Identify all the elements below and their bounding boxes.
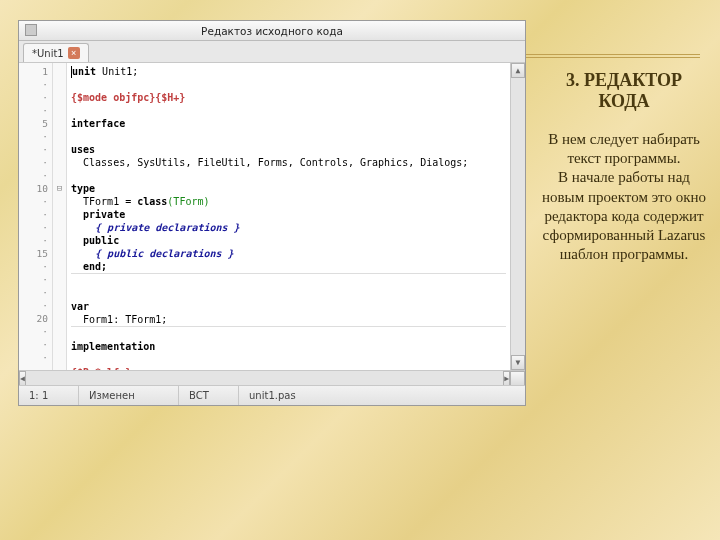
fold-mark: [53, 169, 66, 182]
line-number: 20: [19, 312, 52, 325]
horizontal-scrollbar[interactable]: ◀ ▶: [19, 370, 525, 385]
fold-mark: [53, 299, 66, 312]
line-number: ·: [19, 221, 52, 234]
fold-mark: [53, 247, 66, 260]
scroll-down-icon[interactable]: ▼: [511, 355, 525, 370]
tab-unit1[interactable]: *Unit1 ×: [23, 43, 89, 62]
titlebar[interactable]: Редактоз исходного кода: [19, 21, 525, 41]
tabbar: *Unit1 ×: [19, 41, 525, 63]
line-number: ·: [19, 208, 52, 221]
line-number: ·: [19, 104, 52, 117]
status-cursor-pos: 1: 1: [19, 386, 79, 405]
line-number: 1: [19, 65, 52, 78]
line-number: ·: [19, 286, 52, 299]
line-number: ·: [19, 234, 52, 247]
slide-text-block: 3. РЕДАКТОР КОДА В нем следует набирать …: [540, 70, 708, 264]
close-icon[interactable]: ×: [68, 47, 80, 59]
fold-mark: [53, 234, 66, 247]
line-number: ·: [19, 91, 52, 104]
line-number: ·: [19, 325, 52, 338]
fold-mark: [53, 325, 66, 338]
fold-mark: [53, 91, 66, 104]
scroll-right-icon[interactable]: ▶: [503, 371, 510, 386]
status-filename: unit1.pas: [239, 386, 525, 405]
fold-mark: [53, 338, 66, 351]
line-number: ·: [19, 195, 52, 208]
line-number: ·: [19, 351, 52, 364]
line-number: ·: [19, 143, 52, 156]
line-number: 10: [19, 182, 52, 195]
fold-mark: [53, 312, 66, 325]
status-insert-mode: ВСТ: [179, 386, 239, 405]
window-icon: [25, 24, 37, 36]
fold-mark: [53, 65, 66, 78]
scroll-up-icon[interactable]: ▲: [511, 63, 525, 78]
slide-body: В нем следует набирать текст программы.В…: [540, 130, 708, 264]
line-number: ·: [19, 130, 52, 143]
fold-mark: [53, 286, 66, 299]
fold-mark: [53, 130, 66, 143]
line-number: ·: [19, 78, 52, 91]
fold-mark: [53, 117, 66, 130]
fold-mark[interactable]: ⊟: [53, 182, 66, 195]
fold-mark: [53, 78, 66, 91]
window-title: Редактоз исходного кода: [201, 25, 343, 37]
line-number-gutter: 1···5····10····15····20····2526: [19, 63, 53, 370]
fold-mark: [53, 156, 66, 169]
code-container: 1···5····10····15····20····2526 ⊟ unit U…: [19, 63, 525, 370]
line-number: ·: [19, 169, 52, 182]
fold-gutter: ⊟: [53, 63, 67, 370]
line-number: ·: [19, 260, 52, 273]
line-number: ·: [19, 338, 52, 351]
line-number: 15: [19, 247, 52, 260]
line-number: ·: [19, 273, 52, 286]
fold-mark: [53, 260, 66, 273]
line-number: 5: [19, 117, 52, 130]
line-number: ·: [19, 156, 52, 169]
code-area[interactable]: unit Unit1; {$mode objfpc}{$H+} interfac…: [67, 63, 510, 370]
statusbar: 1: 1 Изменен ВСТ unit1.pas: [19, 385, 525, 405]
hscroll-track[interactable]: [26, 371, 503, 385]
fold-mark: [53, 221, 66, 234]
tab-label: *Unit1: [32, 48, 64, 59]
code-editor-window: Редактоз исходного кода *Unit1 × 1···5··…: [18, 20, 526, 406]
fold-mark: [53, 195, 66, 208]
fold-mark: [53, 208, 66, 221]
scrollbar-corner: [510, 371, 525, 386]
line-number: ·: [19, 299, 52, 312]
vscroll-track[interactable]: [511, 78, 525, 355]
status-modified: Изменен: [79, 386, 179, 405]
fold-mark: [53, 351, 66, 364]
scroll-left-icon[interactable]: ◀: [19, 371, 26, 386]
slide-heading: 3. РЕДАКТОР КОДА: [540, 70, 708, 112]
fold-mark: [53, 273, 66, 286]
vertical-scrollbar[interactable]: ▲ ▼: [510, 63, 525, 370]
fold-mark: [53, 143, 66, 156]
fold-mark: [53, 104, 66, 117]
